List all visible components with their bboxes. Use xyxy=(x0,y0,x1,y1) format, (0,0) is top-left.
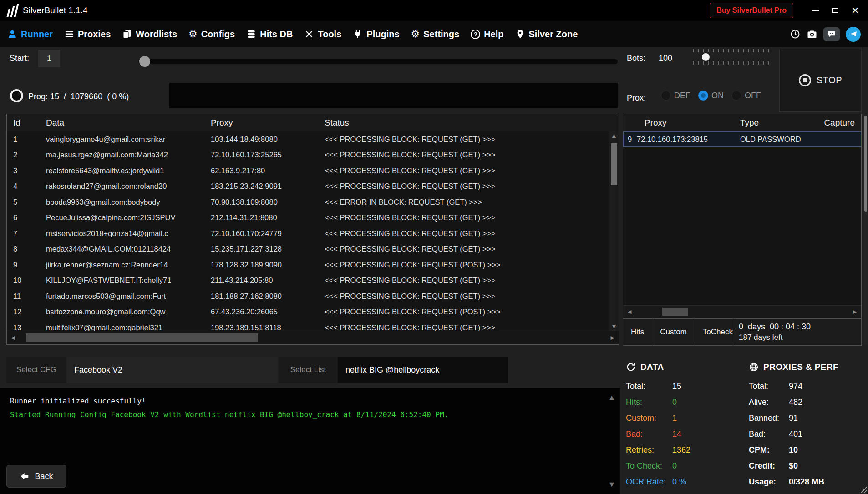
nav-item-silver-zone[interactable]: Silver Zone xyxy=(515,29,578,40)
log-area: Runner initialized succesfully!Started R… xyxy=(0,388,620,494)
results-table-header: Id Data Proxy Status xyxy=(7,114,619,131)
stat-value: 401 xyxy=(789,429,802,439)
col-header-type: Type xyxy=(740,118,823,128)
results-vertical-scrollbar[interactable]: ▲ ▼ xyxy=(609,131,619,331)
nav-item-configs[interactable]: ⚙ Configs xyxy=(188,29,235,40)
back-label: Back xyxy=(35,472,53,481)
selected-config-field[interactable]: Facebook V2 xyxy=(66,357,278,383)
scroll-right-icon[interactable]: ▶ xyxy=(853,309,857,314)
nav-item-help[interactable]: ? Help xyxy=(471,29,503,40)
nav-item-plugins[interactable]: Plugins xyxy=(353,29,399,40)
discord-icon[interactable] xyxy=(823,27,840,41)
prox-option-on[interactable]: ON xyxy=(698,91,724,101)
table-row[interactable]: 12bsrtozzone.mouro@gmail.com:Qqw67.43.23… xyxy=(7,304,609,320)
scroll-right-icon[interactable]: ▶ xyxy=(611,335,614,340)
cell-id: 6 xyxy=(13,213,46,222)
stop-icon xyxy=(799,74,811,86)
select-list-button[interactable]: Select List xyxy=(279,357,338,383)
table-row[interactable]: 13multifelix07@gmail.com:gabriel321198.2… xyxy=(7,320,609,331)
back-button[interactable]: Back xyxy=(6,465,66,488)
back-arrow-icon xyxy=(20,471,30,481)
tab-hits[interactable]: Hits xyxy=(623,318,652,346)
log-scroll-up-icon[interactable]: ▲ xyxy=(609,394,614,401)
scroll-down-icon[interactable]: ▼ xyxy=(612,324,616,329)
buy-pro-button[interactable]: Buy SilverBullet Pro xyxy=(710,3,793,18)
nav-label: Proxies xyxy=(78,29,111,40)
scroll-up-icon[interactable]: ▲ xyxy=(612,133,616,138)
table-row[interactable]: 9jiirka.renner@seznam.cz:Rennder14178.12… xyxy=(7,257,609,273)
slider-ticks xyxy=(693,49,770,52)
cell-status: <<< PROCESSING BLOCK: REQUEST (POST) >>> xyxy=(325,261,609,269)
stat-row: Retries:1362 xyxy=(626,442,745,458)
timer-elapsed: 0 days 00 : 04 : 30 xyxy=(733,319,861,332)
slider-handle[interactable] xyxy=(139,56,150,67)
titlebar: SilverBullet 1.1.4 Buy SilverBullet Pro … xyxy=(0,0,868,21)
table-row[interactable]: 10KILLJOY@FASTWEBNET.IT:chelly71211.43.2… xyxy=(7,273,609,289)
pages-icon xyxy=(122,29,132,39)
runner-icon xyxy=(7,29,17,39)
scroll-thumb[interactable] xyxy=(864,116,867,212)
proxy-stats-header: PROXIES & PERF xyxy=(749,360,863,374)
slider-track xyxy=(138,59,618,64)
window-edge-scrollbar[interactable] xyxy=(863,114,868,345)
proxy-stats-panel: PROXIES & PERF Total:974Alive:482Banned:… xyxy=(749,360,863,490)
stat-row: Total:15 xyxy=(626,378,745,394)
navbar: Runner Proxies Wordlists ⚙ Configs Hits … xyxy=(0,21,868,47)
stop-button[interactable]: STOP xyxy=(799,74,842,86)
log-scroll-down-icon[interactable]: ▼ xyxy=(609,481,614,488)
table-row[interactable]: 7msiservicios2018+gonza14@gmail.c72.10.1… xyxy=(7,226,609,242)
nav-item-proxies[interactable]: Proxies xyxy=(64,29,111,40)
minimize-button[interactable] xyxy=(807,3,823,18)
select-cfg-button[interactable]: Select CFG xyxy=(6,357,66,383)
bots-slider[interactable] xyxy=(690,47,773,66)
nav-item-settings[interactable]: ⚙ Settings xyxy=(411,29,460,40)
table-row[interactable]: 11furtado.marcos503@gmail.com:Furt181.18… xyxy=(7,288,609,304)
selected-wordlist-field[interactable]: netflix BIG @hellboycrack xyxy=(338,357,508,383)
maximize-button[interactable] xyxy=(827,3,843,18)
stop-label: STOP xyxy=(817,75,842,86)
scroll-left-icon[interactable]: ◀ xyxy=(628,309,631,314)
progress-bar xyxy=(169,83,618,108)
cell-data: furtado.marcos503@gmail.com:Furt xyxy=(46,292,211,301)
scroll-thumb[interactable] xyxy=(611,143,617,185)
cell-proxy: 198.23.189.151:8118 xyxy=(211,323,325,331)
col-header-id: Id xyxy=(13,118,46,128)
data-stats-header: DATA xyxy=(626,360,745,374)
camera-icon[interactable] xyxy=(807,29,817,40)
scroll-left-icon[interactable]: ◀ xyxy=(11,335,15,340)
nav-label: Help xyxy=(484,29,503,40)
table-row[interactable]: 3realstore5643@mailtv.es:jordywild162.16… xyxy=(7,163,609,179)
tab-custom[interactable]: Custom xyxy=(652,318,695,346)
table-row[interactable]: 8medax344@GMAIL.COM:01211842415.235.171.… xyxy=(7,242,609,257)
cell-proxy: 72.10.160.173:23815 xyxy=(637,135,740,144)
wordlist-position-slider[interactable] xyxy=(138,55,618,67)
scroll-thumb[interactable] xyxy=(26,333,258,342)
table-row[interactable]: 4rakosroland27@gmail.com:roland20183.215… xyxy=(7,179,609,195)
cell-status: <<< PROCESSING BLOCK: REQUEST (GET) >>> xyxy=(325,276,609,285)
bots-slider-handle[interactable] xyxy=(702,53,710,61)
cell-data: PecueJulissa@calpine.com:2ISJSPUV xyxy=(46,213,211,222)
nav-item-hits-db[interactable]: Hits DB xyxy=(246,29,293,40)
telegram-icon[interactable] xyxy=(846,27,861,42)
nav-item-runner[interactable]: Runner xyxy=(7,29,53,40)
cell-data: booda9963@gmail.com:bodybody xyxy=(46,198,211,207)
table-row[interactable]: 2ma.jesus.rgez@gmail.com:Maria34272.10.1… xyxy=(7,147,609,163)
stat-value: 15 xyxy=(672,382,681,391)
table-row[interactable]: 6PecueJulissa@calpine.com:2ISJSPUV212.11… xyxy=(7,210,609,226)
stat-value: 0 xyxy=(672,398,677,407)
history-icon[interactable] xyxy=(790,29,801,40)
start-input[interactable]: 1 xyxy=(38,50,60,67)
table-row[interactable]: 5booda9963@gmail.com:bodybody70.90.138.1… xyxy=(7,194,609,210)
cell-data: KILLJOY@FASTWEBNET.IT:chelly71 xyxy=(46,276,211,285)
capture-horizontal-scrollbar[interactable]: ◀ ▶ xyxy=(623,305,861,318)
nav-item-wordlists[interactable]: Wordlists xyxy=(122,29,177,40)
col-header-status: Status xyxy=(325,118,619,128)
close-button[interactable]: ✕ xyxy=(847,3,863,18)
capture-row[interactable]: 972.10.160.173:23815OLD PASSWORD xyxy=(623,131,861,147)
prox-option-off[interactable]: OFF xyxy=(731,91,761,101)
table-row[interactable]: 1vainglorygame4u@gmail.com:srikar103.144… xyxy=(7,131,609,147)
prox-option-def[interactable]: DEF xyxy=(661,91,690,101)
nav-item-tools[interactable]: Tools xyxy=(304,29,341,40)
scroll-thumb[interactable] xyxy=(662,308,688,316)
results-horizontal-scrollbar[interactable]: ◀ ▶ xyxy=(7,331,619,344)
